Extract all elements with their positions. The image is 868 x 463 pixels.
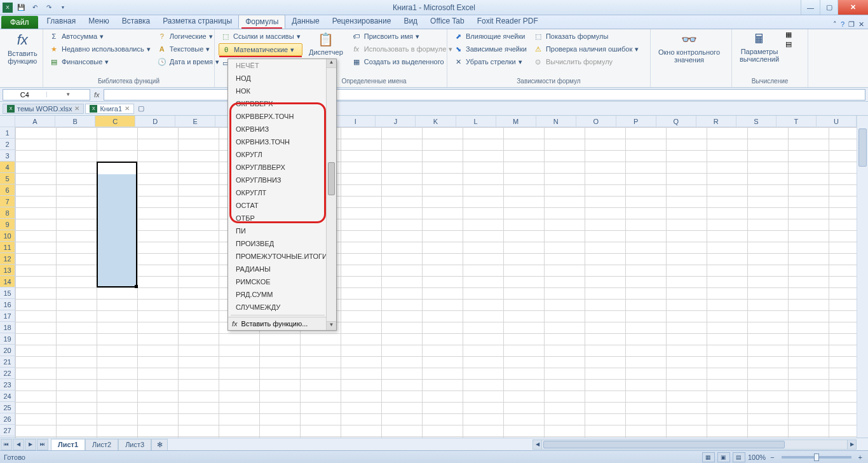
row-headers[interactable]: 1234567891011121314151617181920212223242…	[0, 127, 15, 445]
new-doc-icon[interactable]: ▢	[138, 104, 144, 113]
vscroll-thumb[interactable]	[858, 128, 867, 167]
function-menu-item[interactable]: ПРОИЗВЕД	[228, 237, 326, 250]
file-tab[interactable]: Файл	[1, 16, 38, 29]
ribbon-tab-вставка[interactable]: Вставка	[116, 15, 157, 29]
dropdown-scrollbar[interactable]: ▲ ▼	[326, 59, 336, 330]
sheet-nav-button[interactable]: ⏮	[1, 439, 12, 450]
function-menu-item[interactable]: ОКРВНИЗ.ТОЧН	[228, 135, 326, 148]
calc-sheet-icon[interactable]: ▤	[785, 40, 792, 48]
row-header[interactable]: 25	[0, 402, 15, 413]
close-button[interactable]: ✕	[837, 0, 868, 15]
ribbon-tab-главная[interactable]: Главная	[41, 15, 83, 29]
minimize-button[interactable]: —	[801, 0, 820, 15]
window-restore-icon[interactable]: ❐	[848, 20, 855, 29]
function-menu-item[interactable]: РИМСКОЕ	[228, 275, 326, 288]
function-menu-item[interactable]: ОКРУГЛВНИЗ	[228, 174, 326, 186]
column-header[interactable]: A	[15, 116, 55, 127]
column-header[interactable]: N	[536, 116, 576, 127]
error-checking-button[interactable]: ⚠Проверка наличия ошибок ▾	[531, 43, 641, 55]
document-tab[interactable]: XКнига1✕	[85, 104, 134, 114]
ribbon-tab-foxit reader pdf[interactable]: Foxit Reader PDF	[471, 15, 545, 29]
scroll-up-icon[interactable]: ▲	[327, 59, 336, 68]
row-header[interactable]: 10	[0, 230, 15, 242]
cells-area[interactable]	[15, 127, 857, 445]
column-header[interactable]: J	[376, 116, 416, 127]
zoom-thumb[interactable]	[814, 453, 819, 461]
row-header[interactable]: 7	[0, 196, 15, 207]
new-sheet-button[interactable]: ✻	[151, 439, 168, 450]
function-menu-item[interactable]: НОД	[228, 72, 326, 85]
trace-precedents-button[interactable]: ⬈Влияющие ячейки	[451, 31, 529, 42]
column-header[interactable]: L	[456, 116, 496, 127]
sheet-tab[interactable]: Лист1	[51, 439, 85, 450]
sheet-tab[interactable]: Лист2	[85, 439, 118, 450]
calc-now-icon[interactable]: ▦	[785, 31, 792, 39]
ribbon-tab-вид[interactable]: Вид	[397, 15, 424, 29]
show-formulas-button[interactable]: ⬚Показать формулы	[531, 31, 641, 42]
function-menu-item[interactable]: ОКРВВЕРХ.ТОЧН	[228, 110, 326, 123]
row-header[interactable]: 21	[0, 356, 15, 368]
ribbon-tab-рецензирование[interactable]: Рецензирование	[326, 15, 398, 29]
function-menu-item[interactable]: СЛУЧМЕЖДУ	[228, 301, 326, 314]
column-headers[interactable]: ABCDEFGHIJKLMNOPQRSTU	[15, 116, 857, 127]
row-header[interactable]: 23	[0, 379, 15, 390]
zoom-slider[interactable]	[782, 456, 851, 459]
column-header[interactable]: U	[817, 116, 857, 127]
function-menu-item[interactable]: ОКРУГЛ	[228, 148, 326, 161]
window-close-icon[interactable]: ✕	[858, 20, 864, 29]
row-header[interactable]: 24	[0, 390, 15, 402]
row-header[interactable]: 5	[0, 173, 15, 184]
column-header[interactable]: R	[696, 116, 736, 127]
maximize-button[interactable]: ▢	[820, 0, 837, 15]
namebox-dropdown-icon[interactable]: ▼	[46, 92, 90, 97]
save-icon[interactable]: 💾	[15, 2, 27, 13]
function-menu-item[interactable]: НЕЧЁТ	[228, 59, 326, 72]
document-tab[interactable]: Xтемы WORD.xlsx✕	[3, 104, 84, 114]
fx-label-icon[interactable]: fx	[94, 91, 100, 99]
use-in-formula-button[interactable]: fxИспользовать в формуле ▾	[349, 43, 455, 55]
ribbon-tab-разметка страницы[interactable]: Разметка страницы	[156, 15, 238, 29]
sheet-nav-button[interactable]: ▶	[25, 439, 36, 450]
function-menu-item[interactable]: ПРОМЕЖУТОЧНЫЕ.ИТОГИ	[228, 250, 326, 263]
function-menu-item[interactable]: ПИ	[228, 225, 326, 237]
column-header[interactable]: I	[336, 116, 376, 127]
insert-function-menu-item[interactable]: fx Вставить функцию...	[228, 317, 326, 330]
select-all-button[interactable]	[0, 116, 15, 127]
name-box[interactable]: C4 ▼	[3, 89, 90, 100]
lookup-button[interactable]: ⬚Ссылки и массивы ▾	[219, 31, 302, 42]
vertical-scrollbar[interactable]	[857, 116, 868, 445]
insert-function-button[interactable]: fx Вставить функцию	[4, 31, 41, 66]
hscroll-thumb[interactable]	[543, 441, 785, 448]
ribbon-tab-меню[interactable]: Меню	[82, 15, 115, 29]
create-from-selection-button[interactable]: ▦Создать из выделенного	[349, 56, 455, 67]
row-header[interactable]: 27	[0, 425, 15, 436]
function-menu-item[interactable]: РЯД.СУММ	[228, 288, 326, 301]
row-header[interactable]: 8	[0, 207, 15, 219]
close-tab-icon[interactable]: ✕	[125, 105, 130, 112]
math-trig-button[interactable]: θМатематические ▾	[219, 43, 302, 56]
row-header[interactable]: 9	[0, 219, 15, 230]
trace-dependents-button[interactable]: ⬊Зависимые ячейки	[451, 43, 529, 55]
row-header[interactable]: 14	[0, 276, 15, 287]
column-header[interactable]: D	[135, 116, 175, 127]
evaluate-formula-button[interactable]: ⊙Вычислить формулу	[531, 56, 641, 67]
row-header[interactable]: 20	[0, 345, 15, 356]
row-header[interactable]: 2	[0, 139, 15, 150]
ribbon-tab-данные[interactable]: Данные	[285, 15, 325, 29]
row-header[interactable]: 12	[0, 253, 15, 265]
column-header[interactable]: S	[736, 116, 776, 127]
help-icon[interactable]: ?	[841, 20, 844, 29]
column-header[interactable]: E	[175, 116, 215, 127]
function-menu-item[interactable]: ОКРВВЕРХ	[228, 97, 326, 110]
normal-view-button[interactable]: ▦	[702, 452, 715, 462]
sheet-nav-button[interactable]: ◀	[13, 439, 24, 450]
date-time-button[interactable]: 🕓Дата и время ▾	[155, 56, 221, 67]
hscroll-right-icon[interactable]: ▶	[847, 440, 856, 449]
function-menu-item[interactable]: ОКРУГЛТ	[228, 186, 326, 199]
row-header[interactable]: 13	[0, 265, 15, 276]
fill-handle[interactable]	[135, 285, 138, 288]
ribbon-tab-office tab[interactable]: Office Tab	[424, 15, 471, 29]
column-header[interactable]: O	[576, 116, 616, 127]
row-header[interactable]: 3	[0, 150, 15, 162]
zoom-in-button[interactable]: +	[857, 453, 864, 461]
